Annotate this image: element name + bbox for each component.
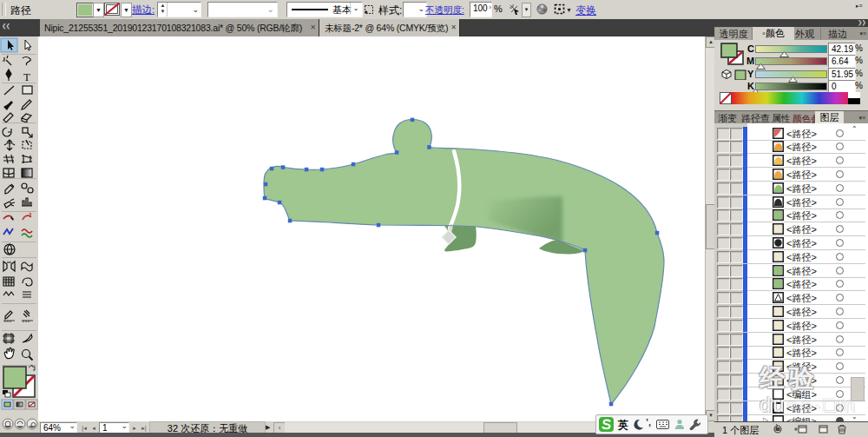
svg-text:T: T <box>23 70 30 83</box>
